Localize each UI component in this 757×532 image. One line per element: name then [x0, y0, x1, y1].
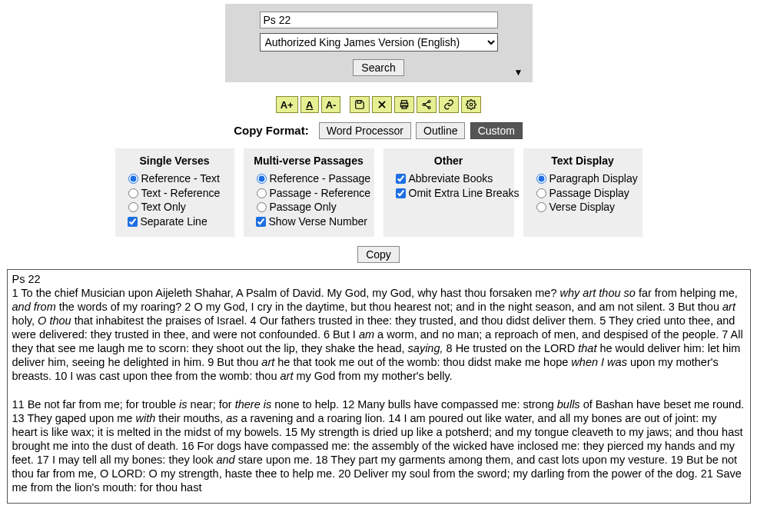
passage-output[interactable]: Ps 22 1 To the chief Musician upon Aijel…: [7, 269, 751, 504]
text-display-panel: Text Display Paragraph Display Passage D…: [523, 148, 642, 237]
multi-verse-panel: Multi-verse Passages Reference - Passage…: [244, 148, 374, 237]
toolbar: A+ A A-: [0, 96, 757, 113]
copy-button[interactable]: Copy: [357, 246, 400, 263]
passage-paragraph: 11 Be not far from me; for trouble is ne…: [12, 398, 745, 494]
passage-paragraph: 1 To the chief Musician upon Aijeleth Sh…: [12, 287, 743, 383]
opt-verse-display[interactable]: Verse Display: [533, 200, 633, 214]
print-icon[interactable]: [394, 96, 414, 113]
format-custom-button[interactable]: Custom: [470, 122, 523, 139]
search-panel: Authorized King James Version (English) …: [225, 4, 533, 82]
copy-format-row: Copy Format: Word Processor Outline Cust…: [0, 122, 757, 139]
svg-point-11: [470, 103, 473, 106]
settings-icon[interactable]: [461, 96, 481, 113]
panel-title: Multi-verse Passages: [253, 155, 365, 167]
opt-text-ref[interactable]: Text - Reference: [125, 186, 225, 201]
opt-separate-line[interactable]: Separate Line: [125, 214, 225, 229]
format-outline-button[interactable]: Outline: [416, 122, 465, 139]
search-button[interactable]: Search: [353, 59, 403, 76]
opt-show-verse-number[interactable]: Show Verse Number: [253, 214, 365, 229]
svg-rect-0: [357, 101, 361, 104]
opt-passage-only[interactable]: Passage Only: [253, 200, 365, 214]
link-icon[interactable]: [439, 96, 459, 113]
other-panel: Other Abbreviate Books Omit Extra Line B…: [383, 148, 514, 237]
passage-reference: Ps 22: [12, 272, 745, 286]
svg-line-10: [425, 105, 429, 108]
opt-paragraph-display[interactable]: Paragraph Display: [533, 171, 633, 186]
opt-omit-line-breaks[interactable]: Omit Extra Line Breaks: [393, 186, 505, 201]
panel-title: Single Verses: [125, 155, 225, 167]
search-input[interactable]: [260, 12, 498, 28]
version-select[interactable]: Authorized King James Version (English): [260, 33, 498, 52]
options-row: Single Verses Reference - Text Text - Re…: [0, 148, 757, 237]
opt-ref-passage[interactable]: Reference - Passage: [253, 171, 365, 186]
copy-format-label: Copy Format:: [234, 124, 309, 137]
opt-text-only[interactable]: Text Only: [125, 200, 225, 214]
single-verses-panel: Single Verses Reference - Text Text - Re…: [115, 148, 234, 237]
opt-ref-text[interactable]: Reference - Text: [125, 171, 225, 186]
panel-title: Text Display: [533, 155, 633, 167]
panel-title: Other: [393, 155, 505, 167]
opt-abbreviate-books[interactable]: Abbreviate Books: [393, 171, 505, 186]
save-icon[interactable]: [350, 96, 370, 113]
format-word-processor-button[interactable]: Word Processor: [319, 122, 411, 139]
font-reset-button[interactable]: A: [300, 96, 319, 113]
opt-passage-ref[interactable]: Passage - Reference: [253, 186, 365, 201]
font-increase-button[interactable]: A+: [276, 96, 298, 113]
close-icon[interactable]: [372, 96, 392, 113]
share-icon[interactable]: [417, 96, 437, 113]
expand-toggle-icon[interactable]: ▼: [514, 67, 523, 78]
opt-passage-display[interactable]: Passage Display: [533, 186, 633, 201]
font-decrease-button[interactable]: A-: [321, 96, 341, 113]
svg-line-9: [425, 102, 429, 105]
